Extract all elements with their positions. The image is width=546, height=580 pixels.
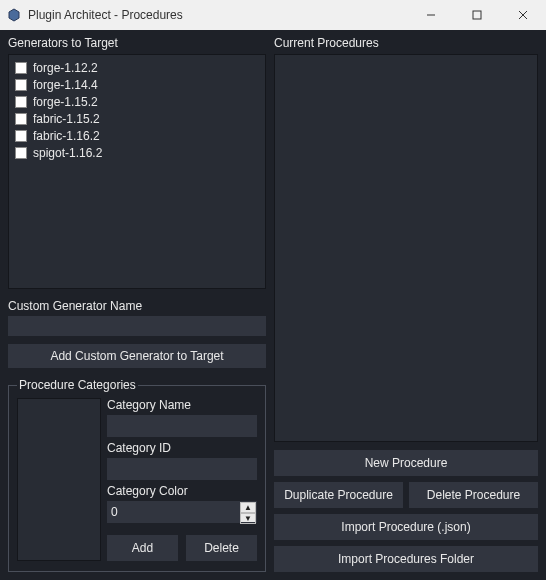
close-button[interactable] [500, 0, 546, 30]
checkbox[interactable] [15, 62, 27, 74]
checkbox[interactable] [15, 79, 27, 91]
minimize-button[interactable] [408, 0, 454, 30]
procedure-buttons: New Procedure Duplicate Procedure Delete… [274, 450, 538, 572]
category-id-input[interactable] [107, 458, 257, 480]
import-procedures-folder-button[interactable]: Import Procedures Folder [274, 546, 538, 572]
duplicate-procedure-button[interactable]: Duplicate Procedure [274, 482, 403, 508]
generator-row[interactable]: spigot-1.16.2 [15, 144, 259, 161]
generator-label: forge-1.14.4 [33, 78, 98, 92]
current-procedures-label: Current Procedures [274, 36, 538, 50]
left-column: Generators to Target forge-1.12.2 forge-… [8, 36, 266, 572]
delete-procedure-button[interactable]: Delete Procedure [409, 482, 538, 508]
generator-label: forge-1.15.2 [33, 95, 98, 109]
checkbox[interactable] [15, 113, 27, 125]
procedures-list[interactable] [274, 54, 538, 442]
checkbox[interactable] [15, 147, 27, 159]
category-add-button[interactable]: Add [107, 535, 178, 561]
generator-row[interactable]: forge-1.15.2 [15, 93, 259, 110]
checkbox[interactable] [15, 130, 27, 142]
maximize-button[interactable] [454, 0, 500, 30]
category-color-input[interactable] [107, 501, 257, 523]
window-buttons [408, 0, 546, 30]
add-custom-generator-button[interactable]: Add Custom Generator to Target [8, 344, 266, 368]
category-color-label: Category Color [107, 484, 257, 498]
category-delete-button[interactable]: Delete [186, 535, 257, 561]
number-spinner: ▲ ▼ [240, 502, 256, 522]
right-column: Current Procedures New Procedure Duplica… [274, 36, 538, 572]
generator-label: spigot-1.16.2 [33, 146, 102, 160]
group-legend: Procedure Categories [17, 378, 138, 392]
procedure-categories-group: Procedure Categories Category Name Categ… [8, 378, 266, 572]
category-name-label: Category Name [107, 398, 257, 412]
window-title: Plugin Architect - Procedures [28, 8, 408, 22]
content: Generators to Target forge-1.12.2 forge-… [0, 30, 546, 580]
custom-generator-input[interactable] [8, 316, 266, 336]
generator-label: fabric-1.16.2 [33, 129, 100, 143]
generator-row[interactable]: fabric-1.16.2 [15, 127, 259, 144]
generators-label: Generators to Target [8, 36, 266, 50]
generators-list[interactable]: forge-1.12.2 forge-1.14.4 forge-1.15.2 f… [8, 54, 266, 289]
category-name-input[interactable] [107, 415, 257, 437]
import-procedure-json-button[interactable]: Import Procedure (.json) [274, 514, 538, 540]
new-procedure-button[interactable]: New Procedure [274, 450, 538, 476]
generator-label: fabric-1.15.2 [33, 112, 100, 126]
category-list[interactable] [17, 398, 101, 561]
generator-row[interactable]: fabric-1.15.2 [15, 110, 259, 127]
checkbox[interactable] [15, 96, 27, 108]
category-form: Category Name Category ID Category Color… [107, 398, 257, 561]
custom-generator-label: Custom Generator Name [8, 299, 266, 313]
titlebar: Plugin Architect - Procedures [0, 0, 546, 30]
svg-rect-2 [473, 11, 481, 19]
generator-label: forge-1.12.2 [33, 61, 98, 75]
generator-row[interactable]: forge-1.14.4 [15, 76, 259, 93]
category-id-label: Category ID [107, 441, 257, 455]
spinner-up-icon[interactable]: ▲ [240, 502, 256, 513]
app-icon [6, 7, 22, 23]
svg-marker-0 [9, 9, 19, 21]
generator-row[interactable]: forge-1.12.2 [15, 59, 259, 76]
spinner-down-icon[interactable]: ▼ [240, 513, 256, 524]
